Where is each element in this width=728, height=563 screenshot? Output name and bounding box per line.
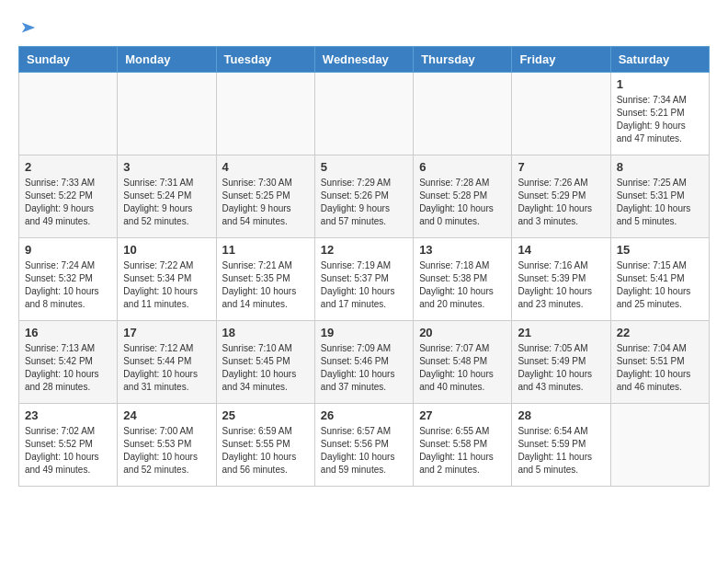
day-number: 3 [123,160,210,174]
day-cell: 20Sunrise: 7:07 AMSunset: 5:48 PMDayligh… [414,321,512,404]
calendar-table: SundayMondayTuesdayWednesdayThursdayFrid… [18,46,710,487]
day-cell [414,73,512,155]
day-number: 23 [25,408,111,422]
day-cell: 17Sunrise: 7:12 AMSunset: 5:44 PMDayligh… [118,321,216,404]
day-number: 16 [25,326,111,339]
day-cell: 14Sunrise: 7:16 AMSunset: 5:39 PMDayligh… [512,238,610,321]
header-day-friday: Friday [512,47,610,73]
svg-marker-0 [22,23,35,33]
week-row-4: 16Sunrise: 7:13 AMSunset: 5:42 PMDayligh… [19,321,710,404]
day-cell: 5Sunrise: 7:29 AMSunset: 5:26 PMDaylight… [314,155,413,238]
day-cell: 11Sunrise: 7:21 AMSunset: 5:35 PMDayligh… [216,238,314,321]
day-info: Sunrise: 7:13 AMSunset: 5:42 PMDaylight:… [25,342,111,394]
day-number: 21 [518,326,604,339]
day-cell [512,73,610,155]
day-cell [118,73,216,155]
day-cell: 1Sunrise: 7:34 AMSunset: 5:21 PMDaylight… [610,73,709,155]
day-cell: 10Sunrise: 7:22 AMSunset: 5:34 PMDayligh… [118,238,216,321]
day-info: Sunrise: 7:16 AMSunset: 5:39 PMDaylight:… [518,259,604,311]
header-day-sunday: Sunday [19,47,118,73]
day-number: 7 [518,160,604,174]
day-cell: 27Sunrise: 6:55 AMSunset: 5:58 PMDayligh… [414,404,512,487]
day-number: 15 [617,243,703,257]
day-number: 28 [518,408,604,422]
week-row-3: 9Sunrise: 7:24 AMSunset: 5:32 PMDaylight… [19,238,710,321]
day-cell: 19Sunrise: 7:09 AMSunset: 5:46 PMDayligh… [314,321,413,404]
header-day-thursday: Thursday [414,47,512,73]
day-cell: 28Sunrise: 6:54 AMSunset: 5:59 PMDayligh… [512,404,610,487]
day-number: 17 [123,326,210,339]
day-number: 26 [321,408,407,422]
day-info: Sunrise: 7:30 AMSunset: 5:25 PMDaylight:… [222,177,309,228]
day-number: 8 [617,160,703,174]
day-info: Sunrise: 7:15 AMSunset: 5:41 PMDaylight:… [617,259,703,311]
day-info: Sunrise: 7:10 AMSunset: 5:45 PMDaylight:… [222,342,309,394]
day-number: 10 [123,243,210,257]
calendar-header: SundayMondayTuesdayWednesdayThursdayFrid… [19,47,710,73]
logo-arrow-icon [20,19,37,36]
day-info: Sunrise: 7:33 AMSunset: 5:22 PMDaylight:… [25,177,111,228]
day-cell: 24Sunrise: 7:00 AMSunset: 5:53 PMDayligh… [118,404,216,487]
day-cell [314,73,413,155]
day-info: Sunrise: 7:25 AMSunset: 5:31 PMDaylight:… [617,177,703,228]
day-info: Sunrise: 7:21 AMSunset: 5:35 PMDaylight:… [222,259,309,311]
day-number: 9 [25,243,111,257]
day-cell [19,73,118,155]
day-info: Sunrise: 7:22 AMSunset: 5:34 PMDaylight:… [123,259,210,311]
day-number: 22 [617,326,703,339]
day-cell [610,404,709,487]
day-cell: 22Sunrise: 7:04 AMSunset: 5:51 PMDayligh… [610,321,709,404]
day-number: 13 [419,243,506,257]
logo-text [18,18,37,40]
calendar-body: 1Sunrise: 7:34 AMSunset: 5:21 PMDaylight… [19,73,710,487]
header-row: SundayMondayTuesdayWednesdayThursdayFrid… [19,47,710,73]
day-cell: 21Sunrise: 7:05 AMSunset: 5:49 PMDayligh… [512,321,610,404]
day-number: 4 [222,160,309,174]
day-cell: 13Sunrise: 7:18 AMSunset: 5:38 PMDayligh… [414,238,512,321]
day-info: Sunrise: 6:55 AMSunset: 5:58 PMDaylight:… [419,425,506,477]
day-number: 19 [321,326,407,339]
day-info: Sunrise: 7:07 AMSunset: 5:48 PMDaylight:… [419,342,506,394]
day-cell: 15Sunrise: 7:15 AMSunset: 5:41 PMDayligh… [610,238,709,321]
day-cell: 7Sunrise: 7:26 AMSunset: 5:29 PMDaylight… [512,155,610,238]
header-day-monday: Monday [118,47,216,73]
day-cell: 2Sunrise: 7:33 AMSunset: 5:22 PMDaylight… [19,155,118,238]
day-info: Sunrise: 6:57 AMSunset: 5:56 PMDaylight:… [321,425,407,477]
day-cell: 8Sunrise: 7:25 AMSunset: 5:31 PMDaylight… [610,155,709,238]
day-number: 18 [222,326,309,339]
day-cell [216,73,314,155]
day-number: 20 [419,326,506,339]
day-number: 5 [321,160,407,174]
week-row-2: 2Sunrise: 7:33 AMSunset: 5:22 PMDaylight… [19,155,710,238]
day-cell: 4Sunrise: 7:30 AMSunset: 5:25 PMDaylight… [216,155,314,238]
day-number: 1 [617,77,703,91]
week-row-5: 23Sunrise: 7:02 AMSunset: 5:52 PMDayligh… [19,404,710,487]
header-day-tuesday: Tuesday [216,47,314,73]
day-cell: 23Sunrise: 7:02 AMSunset: 5:52 PMDayligh… [19,404,118,487]
page-header [18,18,710,37]
day-number: 27 [419,408,506,422]
day-cell: 26Sunrise: 6:57 AMSunset: 5:56 PMDayligh… [314,404,413,487]
day-number: 6 [419,160,506,174]
day-info: Sunrise: 7:05 AMSunset: 5:49 PMDaylight:… [518,342,604,394]
day-cell: 9Sunrise: 7:24 AMSunset: 5:32 PMDaylight… [19,238,118,321]
day-number: 14 [518,243,604,257]
day-number: 12 [321,243,407,257]
day-info: Sunrise: 7:26 AMSunset: 5:29 PMDaylight:… [518,177,604,228]
day-number: 25 [222,408,309,422]
day-info: Sunrise: 7:04 AMSunset: 5:51 PMDaylight:… [617,342,703,394]
day-info: Sunrise: 6:54 AMSunset: 5:59 PMDaylight:… [518,425,604,477]
day-cell: 3Sunrise: 7:31 AMSunset: 5:24 PMDaylight… [118,155,216,238]
header-day-saturday: Saturday [610,47,709,73]
day-info: Sunrise: 7:19 AMSunset: 5:37 PMDaylight:… [321,259,407,311]
day-number: 2 [25,160,111,174]
day-number: 11 [222,243,309,257]
day-info: Sunrise: 7:28 AMSunset: 5:28 PMDaylight:… [419,177,506,228]
day-info: Sunrise: 7:02 AMSunset: 5:52 PMDaylight:… [25,425,111,477]
day-info: Sunrise: 7:24 AMSunset: 5:32 PMDaylight:… [25,259,111,311]
day-info: Sunrise: 7:12 AMSunset: 5:44 PMDaylight:… [123,342,210,394]
day-cell: 25Sunrise: 6:59 AMSunset: 5:55 PMDayligh… [216,404,314,487]
header-day-wednesday: Wednesday [314,47,413,73]
day-info: Sunrise: 6:59 AMSunset: 5:55 PMDaylight:… [222,425,309,477]
day-info: Sunrise: 7:18 AMSunset: 5:38 PMDaylight:… [419,259,506,311]
